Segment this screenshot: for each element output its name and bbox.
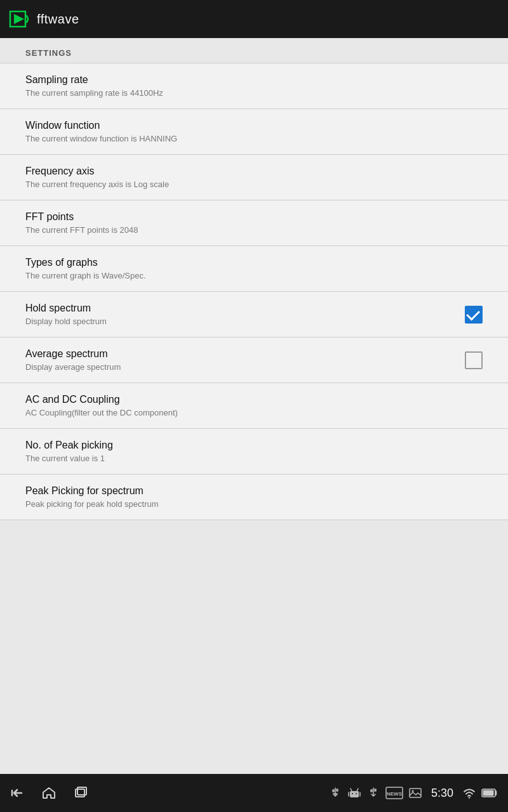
app-icon — [8, 8, 30, 30]
settings-item-text-window-function: Window functionThe current window functi… — [25, 120, 483, 143]
svg-point-12 — [469, 797, 470, 798]
settings-item-subtitle-frequency-axis: The current frequency axis is Log scale — [25, 180, 483, 189]
settings-item-text-sampling-rate: Sampling rateThe current sampling rate i… — [25, 74, 483, 98]
settings-items-list: Sampling rateThe current sampling rate i… — [0, 63, 508, 520]
settings-item-text-hold-spectrum: Hold spectrumDisplay hold spectrum — [25, 303, 465, 326]
top-bar: fftwave — [0, 0, 508, 38]
settings-item-types-of-graphs[interactable]: Types of graphsThe current graph is Wave… — [0, 246, 508, 292]
wifi-icon — [462, 786, 476, 800]
settings-item-ac-dc-coupling[interactable]: AC and DC CouplingAC Coupling(filter out… — [0, 383, 508, 429]
settings-item-title-peak-picking-spectrum: Peak Picking for spectrum — [25, 485, 483, 497]
settings-item-window-function[interactable]: Window functionThe current window functi… — [0, 109, 508, 155]
nav-home-button[interactable] — [42, 786, 56, 800]
settings-item-text-fft-points: FFT pointsThe current FFT points is 2048 — [25, 211, 483, 235]
settings-item-subtitle-peak-picking-spectrum: Peak picking for peak hold spectrum — [25, 499, 483, 509]
status-icons: NEWS 5:30 — [328, 786, 498, 800]
settings-item-subtitle-sampling-rate: The current sampling rate is 44100Hz — [25, 88, 483, 98]
settings-item-subtitle-window-function: The current window function is HANNING — [25, 134, 483, 143]
settings-item-subtitle-no-peak-picking: The current value is 1 — [25, 454, 483, 463]
battery-icon — [481, 788, 498, 798]
usb-icon — [328, 786, 342, 800]
settings-item-fft-points[interactable]: FFT pointsThe current FFT points is 2048 — [0, 200, 508, 246]
settings-item-title-fft-points: FFT points — [25, 211, 483, 223]
settings-container: SETTINGS Sampling rateThe current sampli… — [0, 38, 508, 520]
settings-item-title-average-spectrum: Average spectrum — [25, 348, 465, 360]
svg-marker-2 — [14, 14, 24, 24]
settings-item-subtitle-ac-dc-coupling: AC Coupling(filter out the DC component) — [25, 408, 483, 417]
svg-rect-10 — [410, 789, 421, 797]
nav-back-button[interactable] — [10, 786, 24, 800]
settings-item-text-frequency-axis: Frequency axisThe current frequency axis… — [25, 166, 483, 189]
settings-item-title-no-peak-picking: No. of Peak picking — [25, 440, 483, 451]
nav-icons — [10, 786, 88, 800]
settings-item-text-peak-picking-spectrum: Peak Picking for spectrumPeak picking fo… — [25, 485, 483, 509]
checkbox-average-spectrum[interactable] — [465, 351, 483, 369]
settings-item-title-sampling-rate: Sampling rate — [25, 74, 483, 86]
settings-item-average-spectrum[interactable]: Average spectrumDisplay average spectrum — [0, 337, 508, 383]
settings-item-subtitle-fft-points: The current FFT points is 2048 — [25, 225, 483, 235]
svg-point-11 — [411, 790, 413, 792]
nav-recents-button[interactable] — [74, 786, 88, 800]
svg-rect-5 — [350, 791, 359, 797]
gallery-icon — [408, 786, 422, 800]
settings-item-title-types-of-graphs: Types of graphs — [25, 257, 483, 268]
svg-rect-14 — [483, 790, 494, 796]
time-display: 5:30 — [431, 787, 453, 800]
news-icon: NEWS — [385, 787, 403, 799]
settings-item-title-window-function: Window function — [25, 120, 483, 131]
bottom-bar: NEWS 5:30 — [0, 774, 508, 812]
settings-item-text-average-spectrum: Average spectrumDisplay average spectrum — [25, 348, 465, 372]
svg-text:NEWS: NEWS — [387, 791, 403, 797]
settings-item-subtitle-types-of-graphs: The current graph is Wave/Spec. — [25, 271, 483, 280]
usb2-icon — [366, 786, 380, 800]
app-title: fftwave — [37, 12, 79, 27]
settings-item-peak-picking-spectrum[interactable]: Peak Picking for spectrumPeak picking fo… — [0, 475, 508, 520]
svg-point-6 — [352, 793, 353, 794]
settings-item-subtitle-hold-spectrum: Display hold spectrum — [25, 317, 465, 326]
checkbox-hold-spectrum[interactable] — [465, 306, 483, 324]
settings-item-no-peak-picking[interactable]: No. of Peak pickingThe current value is … — [0, 429, 508, 475]
settings-item-frequency-axis[interactable]: Frequency axisThe current frequency axis… — [0, 155, 508, 200]
android-icon — [347, 786, 361, 800]
settings-header: SETTINGS — [0, 38, 508, 63]
settings-item-text-no-peak-picking: No. of Peak pickingThe current value is … — [25, 440, 483, 463]
settings-item-title-hold-spectrum: Hold spectrum — [25, 303, 465, 314]
settings-item-subtitle-average-spectrum: Display average spectrum — [25, 362, 465, 372]
settings-item-title-ac-dc-coupling: AC and DC Coupling — [25, 394, 483, 405]
settings-item-title-frequency-axis: Frequency axis — [25, 166, 483, 177]
settings-item-hold-spectrum[interactable]: Hold spectrumDisplay hold spectrum — [0, 292, 508, 337]
svg-point-7 — [356, 793, 357, 794]
settings-item-text-ac-dc-coupling: AC and DC CouplingAC Coupling(filter out… — [25, 394, 483, 417]
main-content: SETTINGS Sampling rateThe current sampli… — [0, 38, 508, 774]
settings-item-text-types-of-graphs: Types of graphsThe current graph is Wave… — [25, 257, 483, 280]
settings-item-sampling-rate[interactable]: Sampling rateThe current sampling rate i… — [0, 63, 508, 109]
